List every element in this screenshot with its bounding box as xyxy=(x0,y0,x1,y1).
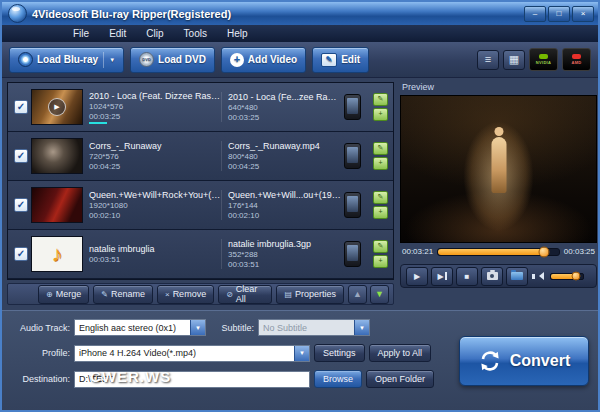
edit-output-icon[interactable]: ✎ xyxy=(373,240,388,253)
table-row[interactable]: ✓ Queen.+We+Will+Rock+You+(1981) 1920*10… xyxy=(8,181,393,230)
seek-bar[interactable] xyxy=(437,248,560,256)
edit-output-icon[interactable]: ✎ xyxy=(373,191,388,204)
load-dvd-button[interactable]: DVD Load DVD xyxy=(130,47,215,73)
rename-button[interactable]: ✎ Rename xyxy=(93,285,153,304)
step-play-icon: ▶ xyxy=(437,272,443,281)
table-row[interactable]: ✓ ▶ 2010 - Loca (Feat. Dizzee Rascal) 10… xyxy=(8,83,393,132)
amd-logo-icon xyxy=(572,54,581,59)
video-thumbnail xyxy=(31,187,83,223)
menu-edit[interactable]: Edit xyxy=(100,27,135,40)
reorder-arrows: ▲ ▼ xyxy=(348,285,389,304)
convert-refresh-icon xyxy=(478,349,502,373)
chevron-down-icon: ▼ xyxy=(190,320,205,335)
move-up-button[interactable]: ▲ xyxy=(348,285,367,304)
remove-icon: × xyxy=(165,290,170,299)
edit-output-icon[interactable]: ✎ xyxy=(373,93,388,106)
open-folder-button[interactable]: Open Folder xyxy=(366,370,434,388)
preview-label: Preview xyxy=(400,82,597,95)
seek-handle[interactable] xyxy=(539,246,550,257)
clear-all-button[interactable]: ⊘ Clear All xyxy=(218,285,272,304)
list-view-icon[interactable]: ≡ xyxy=(477,50,499,70)
properties-button[interactable]: ▤ Properties xyxy=(276,285,344,304)
maximize-button[interactable]: □ xyxy=(548,6,570,22)
row-checkbox[interactable]: ✓ xyxy=(14,149,28,163)
thumbnail-view-icon[interactable]: ▦ xyxy=(503,50,525,70)
minimize-button[interactable]: – xyxy=(524,6,546,22)
profile-row: Profile: iPhone 4 H.264 Video(*.mp4) ▼ S… xyxy=(8,344,431,362)
profile-settings-icon[interactable]: + xyxy=(373,108,388,121)
volume-slider[interactable] xyxy=(550,273,584,280)
audio-track-select[interactable]: English aac stereo (0x1) ▼ xyxy=(74,319,206,336)
bluray-disc-icon xyxy=(18,52,33,67)
main-toolbar: Load Blu-ray ▼ DVD Load DVD + Add Video … xyxy=(2,42,598,78)
row-actions: ✎ + xyxy=(373,142,388,170)
snapshot-button[interactable] xyxy=(481,267,503,286)
convert-button[interactable]: Convert xyxy=(459,336,589,386)
edit-icon: ✎ xyxy=(321,53,337,67)
menu-clip[interactable]: Clip xyxy=(137,27,172,40)
current-time: 00:03:21 xyxy=(402,247,433,256)
subtitle-label: Subtitle: xyxy=(210,323,254,333)
remove-button[interactable]: × Remove xyxy=(157,285,214,304)
device-phone-icon xyxy=(344,143,361,169)
source-info: Queen.+We+Will+Rock+You+(1981) 1920*1080… xyxy=(83,190,221,220)
list-toolbar: ⊕ Merge ✎ Rename × Remove ⊘ Clear All ▤ … xyxy=(7,283,394,305)
browse-button[interactable]: Browse xyxy=(314,370,362,388)
seek-fill xyxy=(438,249,544,255)
row-checkbox[interactable]: ✓ xyxy=(14,198,28,212)
titlebar[interactable]: 4Videosoft Blu-ray Ripper(Registered) – … xyxy=(2,2,598,25)
row-actions: ✎ + xyxy=(373,93,388,121)
app-logo-icon xyxy=(8,4,27,23)
settings-button[interactable]: Settings xyxy=(314,344,365,362)
profile-settings-icon[interactable]: + xyxy=(373,206,388,219)
nvidia-badge: NVIDIA xyxy=(529,48,558,71)
speaker-icon[interactable] xyxy=(535,272,544,280)
table-row[interactable]: ✓ ♪ natalie imbruglia 00:03:51 natalie i… xyxy=(8,230,393,279)
menu-help[interactable]: Help xyxy=(218,27,257,40)
row-actions: ✎ + xyxy=(373,191,388,219)
add-video-button[interactable]: + Add Video xyxy=(221,47,306,73)
device-phone-icon xyxy=(344,192,361,218)
toolbar-right: ≡ ▦ NVIDIA AMD xyxy=(477,48,591,71)
stop-button[interactable]: ■ xyxy=(456,267,478,286)
profile-settings-icon[interactable]: + xyxy=(373,157,388,170)
camera-icon xyxy=(487,272,498,280)
row-checkbox[interactable]: ✓ xyxy=(14,247,28,261)
edit-output-icon[interactable]: ✎ xyxy=(373,142,388,155)
apply-to-all-button[interactable]: Apply to All xyxy=(369,344,432,362)
convert-label: Convert xyxy=(510,352,570,370)
edit-button[interactable]: ✎ Edit xyxy=(312,47,369,73)
output-info: natalie imbruglia.3gp 352*288 00:03:51 xyxy=(221,239,341,269)
amd-badge: AMD xyxy=(562,48,591,71)
video-thumbnail: ▶ xyxy=(31,89,83,125)
menu-tools[interactable]: Tools xyxy=(175,27,216,40)
preview-panel: Preview 00:03:21 00:03:25 ▶ ▶ ■ xyxy=(400,82,597,308)
menu-file[interactable]: File xyxy=(64,27,98,40)
step-forward-button[interactable]: ▶ xyxy=(431,267,453,286)
destination-input[interactable] xyxy=(74,371,310,388)
profile-settings-icon[interactable]: + xyxy=(373,255,388,268)
play-button[interactable]: ▶ xyxy=(406,267,428,286)
video-frame-figure xyxy=(491,137,506,193)
add-icon: + xyxy=(230,53,244,67)
table-row[interactable]: ✓ Corrs_-_Runaway 720*576 00:04:25 Corrs… xyxy=(8,132,393,181)
move-down-button[interactable]: ▼ xyxy=(370,285,389,304)
load-dvd-label: Load DVD xyxy=(158,54,206,65)
volume-handle[interactable] xyxy=(571,272,580,281)
close-button[interactable]: × xyxy=(572,6,594,22)
chevron-down-icon: ▼ xyxy=(354,320,369,335)
play-overlay-icon: ▶ xyxy=(48,98,66,116)
profile-select[interactable]: iPhone 4 H.264 Video(*.mp4) ▼ xyxy=(74,345,310,362)
snapshot-folder-button[interactable] xyxy=(506,267,528,286)
subtitle-select[interactable]: No Subtitle ▼ xyxy=(258,319,370,336)
clear-icon: ⊘ xyxy=(226,290,233,299)
total-time: 00:03:25 xyxy=(564,247,595,256)
merge-button[interactable]: ⊕ Merge xyxy=(38,285,89,304)
destination-row: Destination: Browse Open Folder xyxy=(8,370,434,388)
load-bluray-label: Load Blu-ray xyxy=(37,54,98,65)
row-checkbox[interactable]: ✓ xyxy=(14,100,28,114)
playing-progress-bar xyxy=(89,122,107,124)
source-info: natalie imbruglia 00:03:51 xyxy=(83,244,221,264)
load-bluray-button[interactable]: Load Blu-ray ▼ xyxy=(9,47,124,73)
chevron-down-icon[interactable]: ▼ xyxy=(109,57,115,63)
